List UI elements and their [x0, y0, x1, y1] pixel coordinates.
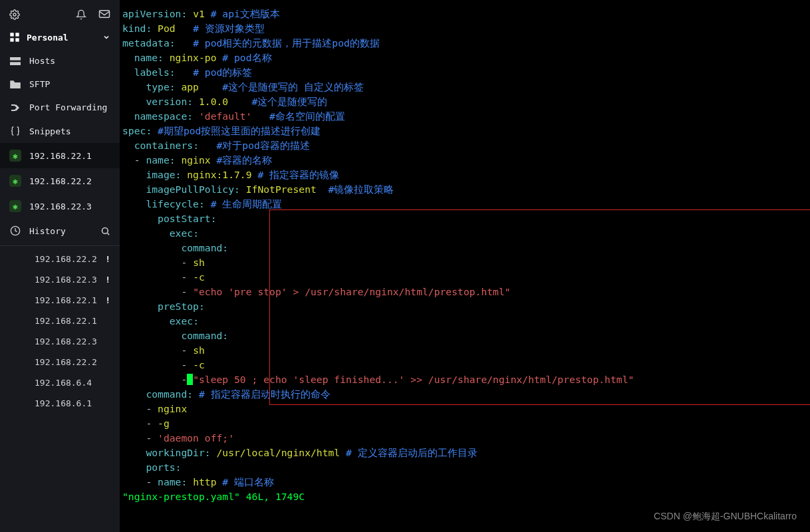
status-icon: ✱	[9, 150, 21, 162]
host-item-active[interactable]: ✱ 192.168.22.1	[0, 143, 120, 168]
nav-label: Hosts	[29, 56, 55, 66]
nav-snippets[interactable]: Snippets	[0, 119, 120, 143]
watermark: CSDN @鲍海超-GNUBHCkalitarro	[654, 511, 797, 523]
history-item[interactable]: 192.168.22.1	[0, 311, 120, 331]
chevron-down-icon	[102, 33, 110, 41]
svg-rect-4	[10, 38, 13, 41]
nav-label: Port Forwarding	[29, 102, 107, 112]
nav-label: Snippets	[29, 126, 71, 136]
svg-point-9	[102, 227, 108, 233]
nav-label: SFTP	[29, 79, 50, 89]
folder-icon	[9, 80, 21, 88]
clock-icon	[9, 225, 21, 236]
history-item[interactable]: 192.168.22.2!	[0, 249, 120, 269]
svg-rect-2	[10, 33, 13, 36]
forward-icon	[9, 104, 21, 112]
dashboard-icon	[9, 32, 20, 43]
history-item[interactable]: 192.168.6.4	[0, 372, 120, 393]
svg-rect-5	[15, 38, 19, 41]
history-item[interactable]: 192.168.22.1!	[0, 290, 120, 311]
svg-rect-3	[15, 33, 19, 36]
svg-rect-7	[10, 62, 21, 65]
bell-icon[interactable]	[76, 9, 86, 20]
editor-pane[interactable]: apiVersion: v1 # api文档版本 kind: Pod # 资源对…	[120, 0, 810, 532]
nav-port-forwarding[interactable]: Port Forwarding	[0, 96, 120, 119]
nav-sftp[interactable]: SFTP	[0, 72, 120, 96]
history-item[interactable]: 192.168.6.1	[0, 393, 120, 414]
workspace-selector[interactable]: Personal	[0, 25, 120, 49]
host-item[interactable]: ✱ 192.168.22.3	[0, 194, 120, 219]
search-icon[interactable]	[100, 226, 110, 236]
host-ip: 192.168.22.2	[29, 176, 92, 186]
topbar	[0, 0, 120, 25]
mail-icon[interactable]	[98, 9, 110, 20]
history-item[interactable]: 192.168.22.3!	[0, 269, 120, 290]
svg-rect-1	[100, 11, 110, 18]
gear-icon[interactable]	[9, 9, 20, 20]
hosts-icon	[9, 57, 21, 65]
host-ip: 192.168.22.1	[29, 151, 92, 161]
code-block: apiVersion: v1 # api文档版本 kind: Pod # 资源对…	[120, 7, 810, 504]
workspace-label: Personal	[27, 33, 68, 43]
status-icon: ✱	[9, 200, 21, 212]
history-item[interactable]: 192.168.22.2	[0, 352, 120, 372]
svg-rect-6	[10, 57, 21, 61]
nav-history[interactable]: History	[0, 219, 120, 243]
host-item[interactable]: ✱ 192.168.22.2	[0, 168, 120, 194]
history-label: History	[29, 226, 66, 236]
status-icon: ✱	[9, 175, 21, 187]
braces-icon	[9, 126, 21, 136]
nav-hosts[interactable]: Hosts	[0, 49, 120, 72]
svg-point-0	[13, 13, 16, 16]
host-ip: 192.168.22.3	[29, 201, 92, 211]
vim-status-line: "nginx-prestop.yaml" 46L, 1749C	[122, 491, 305, 502]
history-item[interactable]: 192.168.22.3	[0, 331, 120, 352]
sidebar: Personal Hosts SFTP Port Forwarding Snip…	[0, 0, 120, 532]
